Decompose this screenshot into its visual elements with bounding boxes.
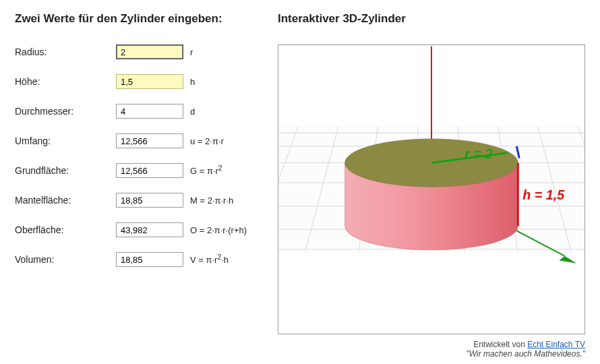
row-hoehe: Höhe: h: [15, 74, 258, 89]
unit-mantel: M = 2·π·r·h: [190, 195, 233, 206]
row-volumen: Volumen: V = π·r2·h: [15, 252, 258, 267]
axis-arrow-icon: [559, 256, 576, 264]
input-panel: Zwei Werte für den Zylinder eingeben: Ra…: [15, 12, 258, 359]
input-umfang[interactable]: [116, 133, 183, 148]
input-grundfl[interactable]: [116, 163, 183, 178]
viz-heading: Interaktiver 3D-Zylinder: [278, 12, 585, 26]
label-durchmesser: Durchmesser:: [15, 106, 116, 117]
label-umfang: Umfang:: [15, 135, 116, 146]
unit-hoehe: h: [190, 77, 195, 87]
row-radius: Radius: r: [15, 44, 258, 59]
footer-tagline: "Wir machen auch Mathevideos.": [467, 349, 586, 359]
row-grundfl: Grundfläche: G = π·r2: [15, 163, 258, 178]
row-mantel: Mantelfläche: M = 2·π·r·h: [15, 193, 258, 208]
input-oberfl[interactable]: [116, 222, 183, 237]
row-durchmesser: Durchmesser: d: [15, 104, 258, 119]
input-radius[interactable]: [116, 44, 183, 59]
unit-oberfl: O = 2·π·r·(r+h): [190, 225, 247, 235]
input-mantel[interactable]: [116, 193, 183, 208]
form-heading: Zwei Werte für den Zylinder eingeben:: [15, 12, 258, 26]
label-volumen: Volumen:: [15, 254, 116, 265]
label-radius: Radius:: [15, 47, 116, 57]
viz-panel: Interaktiver 3D-Zylinder: [278, 12, 585, 359]
unit-volumen: V = π·r2·h: [190, 253, 229, 265]
input-durchmesser[interactable]: [116, 104, 183, 119]
row-umfang: Umfang: u = 2·π·r: [15, 133, 258, 148]
cylinder-3d-view[interactable]: r = 2 h = 1,5: [278, 44, 585, 334]
unit-radius: r: [190, 47, 193, 57]
label-oberfl: Oberfläche:: [15, 224, 116, 235]
row-oberfl: Oberfläche: O = 2·π·r·(r+h): [15, 222, 258, 237]
unit-durchmesser: d: [190, 107, 195, 117]
input-hoehe[interactable]: [116, 74, 183, 89]
input-volumen[interactable]: [116, 252, 183, 267]
label-r: r = 2: [464, 146, 492, 161]
footer-prefix: Entwickelt von: [473, 340, 527, 349]
label-mantel: Mantelfläche:: [15, 195, 116, 206]
footer-link[interactable]: Echt Einfach TV: [527, 340, 585, 349]
label-grundfl: Grundfläche:: [15, 165, 116, 176]
label-h: h = 1,5: [522, 187, 565, 202]
label-hoehe: Höhe:: [15, 76, 116, 87]
footer: Entwickelt von Echt Einfach TV "Wir mach…: [278, 340, 585, 359]
unit-umfang: u = 2·π·r: [190, 136, 224, 146]
unit-grundfl: G = π·r2: [190, 164, 222, 176]
